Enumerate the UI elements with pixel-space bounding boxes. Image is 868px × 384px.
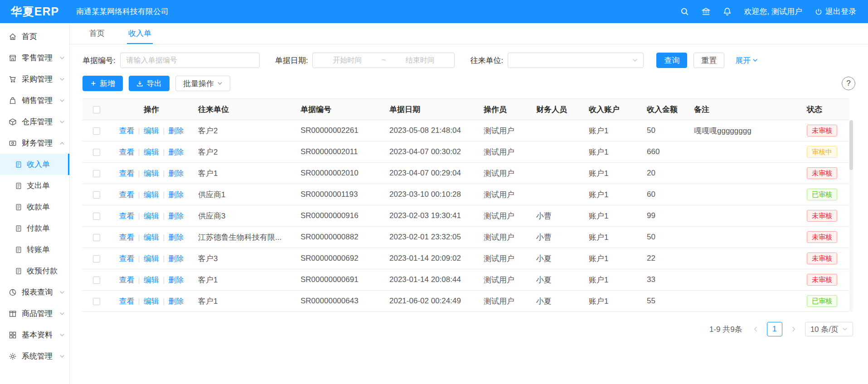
doc-date-cell: 2021-06-02 00:24:49 — [383, 291, 478, 312]
view-link[interactable]: 查看 — [119, 169, 135, 178]
delete-link[interactable]: 删除 — [168, 126, 184, 135]
sidebar-subitem-label: 收入单 — [27, 159, 68, 170]
warehouse-icon — [9, 118, 17, 126]
add-button-label: 新增 — [100, 78, 115, 89]
sidebar-item-finance[interactable]: 财务管理 — [0, 132, 69, 154]
view-link[interactable]: 查看 — [119, 212, 135, 220]
view-link[interactable]: 查看 — [119, 148, 135, 156]
report-icon — [9, 288, 17, 297]
view-link[interactable]: 查看 — [119, 126, 135, 135]
delete-link[interactable]: 删除 — [168, 297, 184, 306]
edit-link[interactable]: 编辑 — [144, 190, 159, 199]
row-checkbox[interactable] — [93, 234, 100, 241]
operator-cell: 测试用户 — [478, 227, 530, 248]
export-button[interactable]: 导出 — [129, 76, 170, 91]
status-badge: 未审核 — [807, 210, 837, 222]
table-scrollbar-thumb[interactable] — [849, 120, 853, 170]
status-cell: 未审核 — [801, 227, 849, 248]
logout-button[interactable]: 退出登录 — [815, 6, 856, 17]
bank-icon[interactable] — [702, 7, 710, 16]
sidebar-item-sales[interactable]: 销售管理 — [0, 90, 69, 111]
delete-link[interactable]: 删除 — [168, 148, 184, 156]
edit-link[interactable]: 编辑 — [144, 254, 159, 263]
delete-link[interactable]: 删除 — [168, 190, 184, 199]
row-checkbox[interactable] — [93, 149, 100, 156]
next-page-button[interactable] — [787, 322, 800, 336]
remark-cell — [688, 205, 801, 227]
delete-link[interactable]: 删除 — [168, 254, 184, 263]
edit-link[interactable]: 编辑 — [144, 297, 159, 306]
sidebar-subitem-transfer[interactable]: 转账单 — [0, 239, 69, 260]
sidebar-subitem-label: 支出单 — [27, 180, 69, 191]
date-range-picker[interactable]: 开始时间 ~ 结束时间 — [312, 53, 455, 68]
sidebar-item-home[interactable]: 首页 — [0, 26, 69, 47]
row-checkbox[interactable] — [93, 277, 100, 284]
batch-actions-button[interactable]: 批量操作 — [175, 76, 230, 91]
delete-link[interactable]: 删除 — [168, 233, 184, 242]
row-checkbox[interactable] — [93, 298, 100, 305]
edit-link[interactable]: 编辑 — [144, 148, 159, 156]
sidebar-subitem-income[interactable]: 收入单 — [0, 154, 69, 175]
sidebar-subitem-advance[interactable]: 收预付款 — [0, 260, 69, 282]
delete-link[interactable]: 删除 — [168, 212, 184, 220]
edit-link[interactable]: 编辑 — [144, 212, 159, 220]
edit-link[interactable]: 编辑 — [144, 169, 159, 178]
sidebar-item-label: 首页 — [22, 31, 65, 42]
row-checkbox[interactable] — [93, 170, 100, 177]
status-cell: 未审核 — [801, 205, 849, 227]
delete-link[interactable]: 删除 — [168, 276, 184, 284]
sidebar-subitem-expense[interactable]: 支出单 — [0, 175, 69, 196]
select-all-checkbox[interactable] — [93, 106, 100, 113]
prev-page-button[interactable] — [749, 322, 762, 336]
doc-no-cell: SR00000002011 — [295, 141, 383, 163]
pagination: 1-9 共9条 1 10 条/页 — [82, 322, 853, 336]
bell-icon[interactable] — [723, 7, 732, 16]
sidebar-item-basic[interactable]: 基本资料 — [0, 324, 69, 345]
doc-no-input[interactable] — [120, 53, 260, 68]
edit-link[interactable]: 编辑 — [144, 233, 159, 242]
view-link[interactable]: 查看 — [119, 190, 135, 199]
search-button[interactable]: 查询 — [656, 53, 687, 68]
sidebar-item-purchase[interactable]: 采购管理 — [0, 68, 69, 90]
page-size-select[interactable]: 10 条/页 — [805, 322, 853, 336]
table-scrollbar-track[interactable] — [849, 120, 853, 312]
actions-cell: 查看|编辑|删除 — [111, 163, 192, 184]
sidebar-item-label: 销售管理 — [22, 95, 58, 106]
row-checkbox[interactable] — [93, 127, 100, 135]
expand-link[interactable]: 展开 — [735, 55, 758, 66]
amount-cell: 33 — [641, 269, 688, 291]
view-link[interactable]: 查看 — [119, 276, 135, 284]
view-link[interactable]: 查看 — [119, 297, 135, 306]
row-checkbox[interactable] — [93, 213, 100, 220]
edit-link[interactable]: 编辑 — [144, 126, 159, 135]
sidebar-subitem-payment[interactable]: 付款单 — [0, 218, 69, 239]
view-link[interactable]: 查看 — [119, 233, 135, 242]
status-cell: 未审核 — [801, 163, 849, 184]
action-separator: | — [163, 148, 165, 156]
search-icon[interactable] — [680, 7, 689, 16]
account-cell: 账户1 — [583, 120, 641, 141]
sidebar-item-retail[interactable]: 零售管理 — [0, 47, 69, 68]
page-number-button[interactable]: 1 — [767, 322, 782, 336]
sidebar-item-warehouse[interactable]: 仓库管理 — [0, 111, 69, 132]
doc-date-cell: 2023-04-07 00:30:02 — [383, 141, 478, 163]
help-icon[interactable]: ? — [842, 77, 855, 90]
sidebar-item-system[interactable]: 系统管理 — [0, 345, 69, 367]
row-checkbox[interactable] — [93, 255, 100, 262]
sidebar-subitem-receipt[interactable]: 收款单 — [0, 196, 69, 218]
finance-cell — [530, 141, 583, 163]
tab-home[interactable]: 首页 — [88, 23, 106, 44]
row-checkbox[interactable] — [93, 191, 100, 199]
delete-link[interactable]: 删除 — [168, 169, 184, 178]
edit-link[interactable]: 编辑 — [144, 276, 159, 284]
chevron-down-icon — [59, 55, 65, 61]
goods-icon — [9, 310, 17, 318]
partner-select[interactable] — [508, 53, 644, 68]
sidebar-item-goods[interactable]: 商品管理 — [0, 303, 69, 324]
sidebar-item-report[interactable]: 报表查询 — [0, 282, 69, 303]
add-button[interactable]: 新增 — [82, 76, 123, 91]
tab-income[interactable]: 收入单 — [127, 23, 153, 44]
doc-date-cell: 2023-04-07 00:29:04 — [383, 163, 478, 184]
reset-button[interactable]: 重置 — [693, 53, 724, 68]
view-link[interactable]: 查看 — [119, 254, 135, 263]
